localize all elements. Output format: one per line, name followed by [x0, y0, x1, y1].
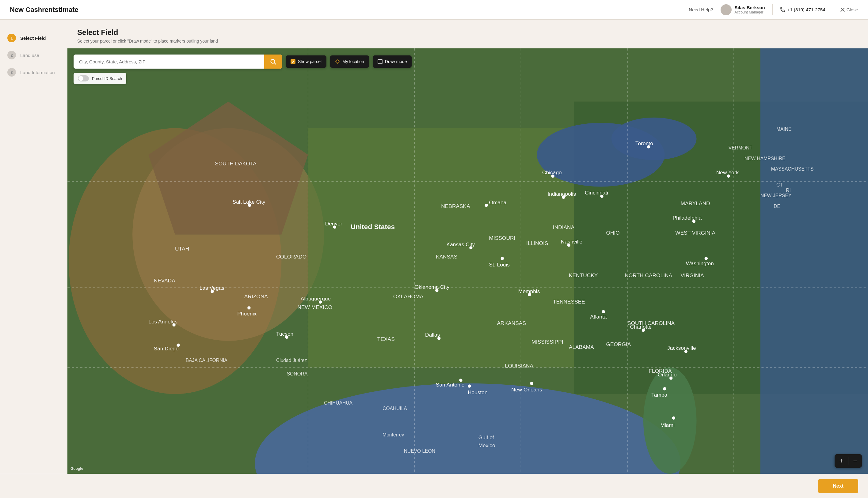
svg-text:Omaha: Omaha	[489, 199, 506, 206]
map-background: United States NEBRASKA KANSAS OKLAHOMA T…	[67, 48, 868, 474]
svg-text:MISSISSIPPI: MISSISSIPPI	[532, 339, 563, 345]
sidebar-item-select-field[interactable]: 1 Select Field	[0, 29, 67, 47]
search-icon	[270, 58, 277, 65]
next-button[interactable]: Next	[818, 479, 858, 493]
svg-text:Mexico: Mexico	[478, 442, 495, 448]
step-label-2: Land use	[20, 53, 39, 58]
svg-text:Toronto: Toronto	[635, 140, 653, 146]
svg-text:Monterrey: Monterrey	[383, 432, 404, 437]
svg-point-83	[247, 306, 251, 309]
svg-text:SONORA: SONORA	[287, 371, 308, 377]
zoom-in-button[interactable]: +	[834, 454, 848, 468]
svg-text:Oklahoma City: Oklahoma City	[414, 284, 449, 290]
svg-point-41	[501, 257, 504, 260]
svg-text:Cincinnati: Cincinnati	[585, 189, 608, 196]
svg-text:WEST VIRGINIA: WEST VIRGINIA	[675, 230, 715, 236]
svg-text:NEW JERSEY: NEW JERSEY	[761, 193, 792, 198]
svg-text:TEXAS: TEXAS	[377, 336, 395, 342]
svg-point-131	[337, 61, 338, 62]
user-info: Silas Berkson Account Manager	[720, 4, 773, 15]
map-container[interactable]: United States NEBRASKA KANSAS OKLAHOMA T…	[67, 48, 868, 474]
svg-point-73	[530, 382, 533, 385]
svg-text:NEVADA: NEVADA	[154, 277, 176, 284]
svg-point-69	[663, 387, 666, 390]
step-label-3: Land Information	[20, 70, 55, 75]
search-button[interactable]	[264, 54, 282, 69]
svg-text:New York: New York	[716, 169, 739, 175]
search-bar[interactable]	[74, 54, 282, 69]
svg-text:San Antonio: San Antonio	[436, 382, 465, 388]
svg-text:SOUTH CAROLINA: SOUTH CAROLINA	[627, 320, 675, 326]
phone-number: +1 (319) 471-2754	[787, 7, 826, 12]
search-input[interactable]	[74, 55, 264, 69]
draw-mode-button[interactable]: Draw mode	[373, 55, 412, 68]
svg-text:Jacksonville: Jacksonville	[667, 345, 696, 351]
svg-text:GEORGIA: GEORGIA	[606, 341, 631, 347]
svg-text:BAJA CALIFORNIA: BAJA CALIFORNIA	[186, 358, 228, 363]
main-layout: 1 Select Field 2 Land use 3 Land Informa…	[0, 19, 868, 474]
zoom-out-button[interactable]: −	[848, 454, 862, 468]
svg-text:CT: CT	[776, 182, 783, 187]
draw-mode-label: Draw mode	[385, 59, 407, 64]
svg-text:Nashville: Nashville	[561, 239, 582, 245]
svg-text:OKLAHOMA: OKLAHOMA	[393, 293, 424, 300]
svg-text:SOUTH DAKOTA: SOUTH DAKOTA	[215, 160, 257, 167]
sidebar: 1 Select Field 2 Land use 3 Land Informa…	[0, 19, 67, 474]
svg-text:TENNESSEE: TENNESSEE	[553, 299, 585, 305]
svg-text:VIRGINIA: VIRGINIA	[681, 272, 704, 278]
page-title: Select Field	[77, 28, 858, 37]
svg-text:Dallas: Dallas	[425, 332, 440, 338]
svg-rect-10	[761, 48, 868, 474]
svg-text:Albuquerque: Albuquerque	[301, 296, 331, 302]
svg-text:Las Vegas: Las Vegas	[200, 285, 224, 291]
svg-text:KANSAS: KANSAS	[436, 253, 457, 260]
parcel-id-toggle[interactable]: Parcel ID Search	[74, 73, 126, 84]
my-location-button[interactable]: My location	[330, 55, 369, 68]
svg-text:NUEVO LEON: NUEVO LEON	[404, 448, 435, 454]
svg-text:VERMONT: VERMONT	[729, 145, 753, 150]
phone-info: +1 (319) 471-2754	[780, 7, 833, 12]
svg-point-132	[336, 60, 339, 63]
svg-text:Ciudad Juárez: Ciudad Juárez	[276, 358, 307, 363]
svg-text:Houston: Houston	[468, 389, 488, 395]
page-subtitle: Select your parcel or click "Draw mode" …	[77, 39, 858, 43]
show-parcel-label: Show parcel	[298, 59, 321, 64]
page-footer: Next	[0, 474, 868, 498]
svg-text:OHIO: OHIO	[606, 230, 620, 236]
show-parcel-button[interactable]: Show parcel	[286, 55, 327, 68]
google-watermark: Google	[71, 467, 83, 471]
svg-text:NORTH CAROLINA: NORTH CAROLINA	[625, 272, 672, 278]
svg-point-12	[611, 118, 697, 160]
header-right: Need Help? Silas Berkson Account Manager…	[689, 4, 858, 15]
app-title: New Cashrentstimate	[10, 6, 78, 14]
svg-text:NEBRASKA: NEBRASKA	[441, 203, 470, 209]
my-location-label: My location	[342, 59, 364, 64]
svg-text:UTAH: UTAH	[175, 246, 189, 252]
svg-point-71	[672, 416, 675, 419]
svg-text:INDIANA: INDIANA	[553, 224, 575, 230]
close-button[interactable]: Close	[840, 7, 858, 12]
svg-text:FLORIDA: FLORIDA	[649, 368, 672, 374]
svg-point-95	[705, 257, 708, 260]
svg-text:Washington: Washington	[686, 260, 714, 266]
phone-icon	[780, 7, 785, 12]
svg-text:Chicago: Chicago	[542, 169, 562, 175]
sidebar-item-land-information[interactable]: 3 Land Information	[0, 64, 67, 81]
draw-mode-checkbox	[378, 59, 383, 64]
sidebar-item-land-use[interactable]: 2 Land use	[0, 47, 67, 64]
show-parcel-checkbox	[291, 59, 295, 64]
location-icon	[335, 59, 340, 64]
svg-text:COAHUILA: COAHUILA	[383, 406, 407, 411]
svg-text:ARKANSAS: ARKANSAS	[497, 320, 526, 326]
need-help-label: Need Help?	[689, 7, 713, 12]
parcel-toggle-switch[interactable]	[78, 75, 89, 81]
svg-text:Denver: Denver	[325, 221, 342, 227]
svg-text:Indianapolis: Indianapolis	[547, 191, 576, 197]
svg-point-47	[459, 379, 462, 382]
svg-text:Atlanta: Atlanta	[590, 314, 607, 320]
svg-point-49	[468, 384, 471, 388]
svg-text:Kansas City: Kansas City	[447, 241, 475, 248]
step-circle-3: 3	[7, 68, 16, 77]
svg-text:ALABAMA: ALABAMA	[569, 344, 594, 350]
svg-point-59	[602, 310, 605, 313]
